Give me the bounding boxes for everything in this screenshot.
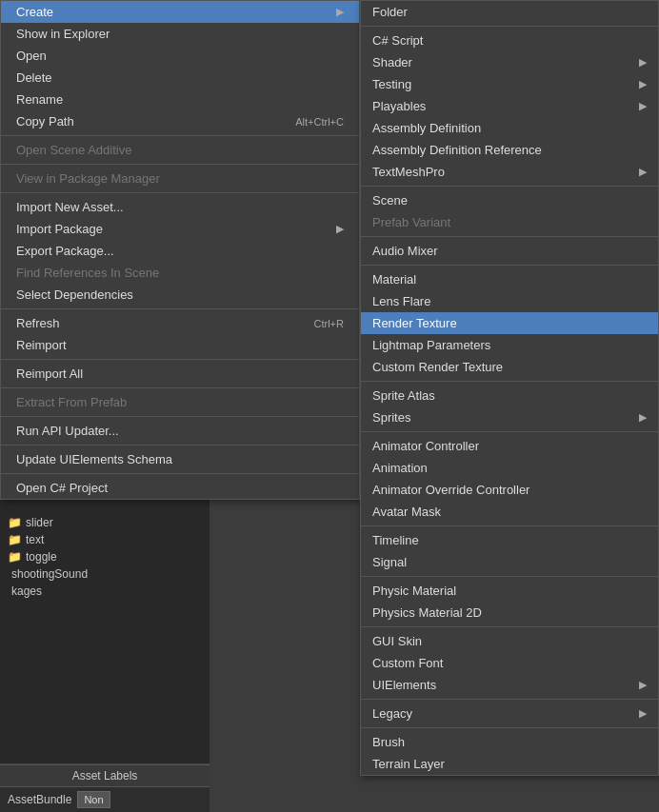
right-menu-item-physic-material[interactable]: Physic Material (361, 580, 658, 602)
menu-item-label: Update UIElements Schema (16, 452, 172, 466)
menu-item-label: Reimport (16, 338, 67, 352)
left-menu-item-rename[interactable]: Rename (1, 89, 359, 110)
right-menu-item-material[interactable]: Material (361, 268, 658, 290)
menu-item-label: Timeline (372, 533, 419, 547)
right-menu-item-assembly-definition[interactable]: Assembly Definition (361, 117, 658, 139)
menu-item-label: Run API Updater... (16, 424, 119, 438)
right-menu-item-brush[interactable]: Brush (361, 731, 658, 753)
right-menu-item-lens-flare[interactable]: Lens Flare (361, 290, 658, 312)
menu-item-label: Show in Explorer (16, 27, 110, 41)
menu-item-label: Lens Flare (372, 294, 430, 308)
menu-item-shortcut: Alt+Ctrl+C (295, 116, 344, 128)
right-menu-item-render-texture[interactable]: Render Texture (361, 312, 658, 334)
menu-item-label: Open Scene Additive (16, 143, 131, 157)
menu-item-label: Delete (16, 70, 52, 85)
menu-item-label: C# Script (372, 33, 423, 48)
menu-separator (1, 308, 359, 309)
menu-item-arrow-icon: ▶ (639, 166, 647, 178)
menu-item-arrow-icon: ▶ (639, 78, 647, 90)
left-menu-item-show-in-explorer[interactable]: Show in Explorer (1, 23, 359, 45)
left-menu-item-delete[interactable]: Delete (1, 67, 359, 89)
asset-labels-bar: Asset Labels (0, 764, 210, 787)
file-list-item[interactable]: 📁text (0, 531, 210, 548)
menu-item-label: Scene (372, 193, 408, 208)
right-menu-item-timeline[interactable]: Timeline (361, 529, 658, 551)
menu-item-label: TextMeshPro (372, 165, 445, 179)
file-list-item[interactable]: 📁slider (0, 514, 210, 531)
right-menu-item-terrain-layer[interactable]: Terrain Layer (361, 753, 658, 775)
right-menu-item-legacy[interactable]: Legacy▶ (361, 703, 658, 724)
menu-item-label: Export Package... (16, 244, 114, 258)
file-list-item[interactable]: kages (0, 583, 210, 600)
left-menu-item-open[interactable]: Open (1, 45, 359, 67)
file-list-item[interactable]: 📁toggle (0, 548, 210, 565)
menu-item-label: Avatar Mask (372, 505, 441, 519)
left-menu-item-copy-path[interactable]: Copy PathAlt+Ctrl+C (1, 110, 359, 132)
right-menu-item-animator-controller[interactable]: Animator Controller (361, 435, 658, 457)
right-menu-item-ui-elements[interactable]: UIElements▶ (361, 674, 658, 696)
right-menu-item-custom-font[interactable]: Custom Font (361, 652, 658, 674)
right-menu-item-animator-override[interactable]: Animator Override Controller (361, 479, 658, 501)
menu-item-label: Import New Asset... (16, 200, 124, 214)
right-menu-item-sprite-atlas[interactable]: Sprite Atlas (361, 385, 658, 406)
left-menu-item-select-dependencies[interactable]: Select Dependencies (1, 284, 359, 306)
right-menu-item-assembly-definition-ref[interactable]: Assembly Definition Reference (361, 139, 658, 161)
right-menu-item-audio-mixer[interactable]: Audio Mixer (361, 240, 658, 262)
right-menu-item-avatar-mask[interactable]: Avatar Mask (361, 501, 658, 523)
left-menu-item-refresh[interactable]: RefreshCtrl+R (1, 312, 359, 334)
folder-icon: 📁 (8, 516, 22, 529)
menu-item-label: Custom Font (372, 656, 443, 670)
left-menu-item-reimport[interactable]: Reimport (1, 334, 359, 356)
file-item-label: shootingSound (11, 567, 88, 581)
right-menu-item-csharp-script[interactable]: C# Script (361, 30, 658, 51)
menu-item-label: Animator Controller (372, 439, 479, 453)
right-menu-item-testing[interactable]: Testing▶ (361, 73, 658, 95)
menu-separator (361, 525, 658, 526)
right-menu-item-custom-render-texture[interactable]: Custom Render Texture (361, 356, 658, 378)
left-menu-item-run-api-updater[interactable]: Run API Updater... (1, 420, 359, 442)
menu-item-label: Audio Mixer (372, 244, 438, 258)
menu-item-arrow-icon: ▶ (336, 223, 344, 235)
menu-item-label: Custom Render Texture (372, 360, 503, 374)
menu-item-label: View in Package Manager (16, 171, 160, 186)
asset-bundle-button[interactable]: Non (77, 791, 110, 808)
right-menu-item-scene[interactable]: Scene (361, 189, 658, 211)
menu-separator (361, 576, 658, 577)
menu-item-label: Physics Material 2D (372, 605, 482, 620)
menu-separator (361, 265, 658, 266)
menu-separator (1, 445, 359, 446)
right-menu-item-animation[interactable]: Animation (361, 457, 658, 479)
menu-item-label: Shader (372, 55, 412, 69)
menu-separator (1, 473, 359, 474)
right-menu-item-sprites[interactable]: Sprites▶ (361, 406, 658, 428)
left-menu-item-open-csharp[interactable]: Open C# Project (1, 477, 359, 499)
right-menu-item-textmeshpro[interactable]: TextMeshPro▶ (361, 161, 658, 183)
menu-item-arrow-icon: ▶ (639, 679, 647, 691)
menu-separator (361, 236, 658, 237)
left-menu-item-update-ui-elements[interactable]: Update UIElements Schema (1, 448, 359, 470)
right-menu-item-lightmap-parameters[interactable]: Lightmap Parameters (361, 334, 658, 356)
left-menu-item-import-package[interactable]: Import Package▶ (1, 218, 359, 240)
left-menu-item-export-package[interactable]: Export Package... (1, 240, 359, 262)
right-menu-item-physics-material-2d[interactable]: Physics Material 2D (361, 602, 658, 624)
menu-item-arrow-icon: ▶ (639, 56, 647, 69)
menu-separator (1, 359, 359, 360)
menu-separator (361, 26, 658, 27)
right-menu-item-folder[interactable]: Folder (361, 1, 658, 23)
menu-item-label: Lightmap Parameters (372, 338, 490, 352)
right-menu-item-playables[interactable]: Playables▶ (361, 95, 658, 117)
left-menu-item-find-references: Find References In Scene (1, 262, 359, 284)
right-menu-item-signal[interactable]: Signal (361, 551, 658, 573)
menu-item-label: Prefab Variant (372, 215, 450, 229)
menu-item-label: Refresh (16, 316, 60, 330)
right-menu-item-shader[interactable]: Shader▶ (361, 51, 658, 73)
left-menu-item-import-new-asset[interactable]: Import New Asset... (1, 196, 359, 218)
left-menu-item-reimport-all[interactable]: Reimport All (1, 363, 359, 385)
left-menu-item-view-in-package: View in Package Manager (1, 168, 359, 189)
asset-bundle-bar: AssetBundle Non (0, 787, 210, 812)
left-menu-item-create[interactable]: Create▶ (1, 1, 359, 23)
menu-separator (361, 186, 658, 187)
file-list-item[interactable]: shootingSound (0, 565, 210, 583)
right-menu-item-gui-skin[interactable]: GUI Skin (361, 630, 658, 652)
menu-separator (1, 135, 359, 136)
